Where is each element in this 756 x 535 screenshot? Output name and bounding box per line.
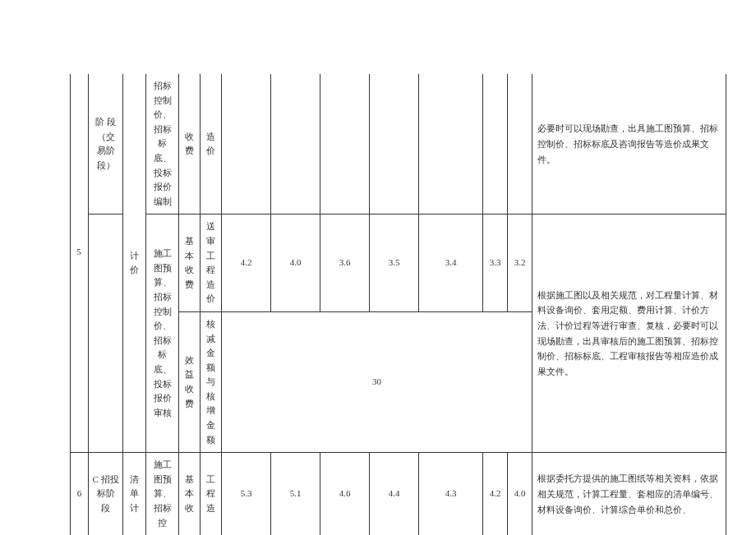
cell-val [483,74,508,214]
cell-val [271,74,320,214]
table-row: 6 C 招投 标阶 段 清单计 施工图预算、招标控 基本收 工程造 5.3 5.… [71,453,726,535]
cell-cost: 核减金额与核增金额 [201,311,222,452]
cell-stage: 阶 段（交 易阶 段） [89,74,123,214]
cell-val: 4.3 [419,453,483,535]
cell-service: 招标控制价、招标标底、投标报价编制 [146,74,179,214]
pricing-table: 阶 段（交 易阶 段） 计价 招标控制价、招标标底、投标报价编制 收费 造价 必… [70,74,726,535]
cell-service: 施工图预算、招标控制价、招标标底、投标报价审核 [146,214,179,453]
cell-val: 4.2 [222,214,271,312]
cell-val: 3.2 [508,214,532,312]
table-row: 施工图预算、招标控制价、招标标底、投标报价审核 基本收费 送审工程造价 4.2 … [71,214,726,312]
cell-idx [71,74,89,453]
cell-stage [89,214,123,453]
cell-val: 4.6 [320,453,370,535]
cell-val: 4.2 [483,453,508,535]
cell-fee: 效益收费 [179,311,201,452]
cell-service: 施工图预算、招标控 [146,453,179,535]
cell-fee: 基本收 [179,453,201,535]
cell-val [419,74,483,214]
cell-desc: 根据委托方提供的施工图纸等相关资料，依据相关规范，计算工程量、套相应的清单编号、… [532,453,726,535]
cell-desc: 必要时可以现场勘查，出具施工图预算、招标控制价、招标标底及咨询报告等造价成果文件… [532,74,726,214]
table-row: 阶 段（交 易阶 段） 计价 招标控制价、招标标底、投标报价编制 收费 造价 必… [71,74,726,214]
cell-val [370,74,419,214]
document-table: 阶 段（交 易阶 段） 计价 招标控制价、招标标底、投标报价编制 收费 造价 必… [70,74,726,535]
cell-val [320,74,370,214]
cell-fee: 基本收费 [179,214,201,312]
cell-val [508,74,532,214]
cell-fee: 收费 [179,74,201,214]
cell-val: 5.1 [271,453,320,535]
cell-idx-5: 5 [70,247,88,256]
cell-val: 5.3 [222,453,271,535]
cell-val: 3.6 [320,214,370,312]
cell-val: 30 [222,311,532,452]
cell-cost: 送审工程造价 [201,214,222,312]
cell-stage: C 招投 标阶 段 [89,453,123,535]
cell-desc: 根据施工图以及相关规范，对工程量计算、材料设备询价、套用定额、费用计算、计价方法… [532,214,726,453]
cell-val: 4.0 [271,214,320,312]
cell-val [222,74,271,214]
cell-cost: 造价 [201,74,222,214]
cell-val: 3.4 [419,214,483,312]
cell-val: 3.5 [370,214,419,312]
cell-pricing: 清单计 [123,453,146,535]
cell-val: 4.4 [370,453,419,535]
cell-val: 3.3 [483,214,508,312]
cell-cost: 工程造 [201,453,222,535]
cell-val: 4.0 [508,453,532,535]
cell-idx: 6 [71,453,89,535]
cell-pricing: 计价 [123,74,146,453]
